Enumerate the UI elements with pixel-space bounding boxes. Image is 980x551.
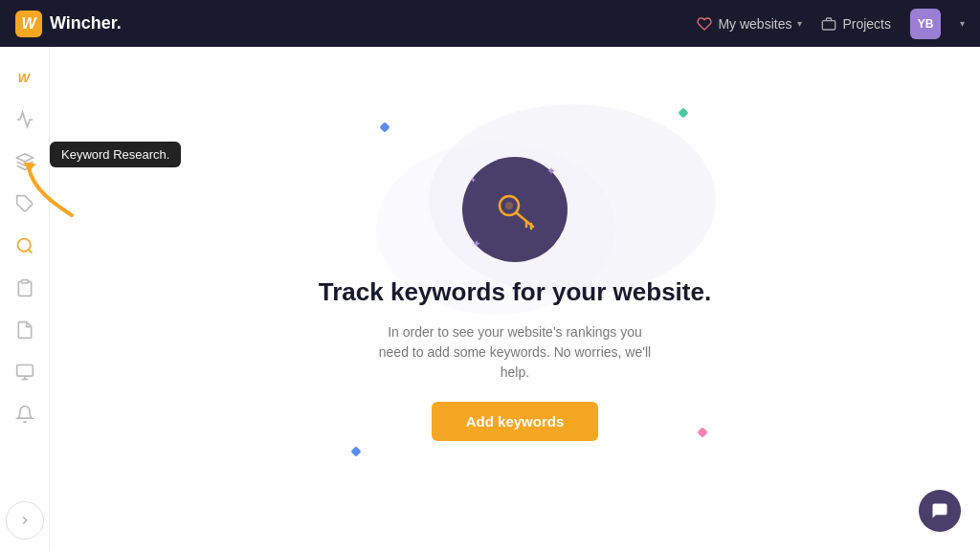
my-websites-label: My websites xyxy=(718,16,791,32)
key-icon-wrapper: ✦ ✦ ✦ xyxy=(462,157,568,262)
sparkle-1: ✦ xyxy=(546,165,556,178)
sidebar: W xyxy=(0,47,50,551)
clipboard-icon xyxy=(15,278,34,298)
main-content: ✦ ✦ ✦ Track keywords for your website. I… xyxy=(50,47,980,551)
chat-button[interactable] xyxy=(919,490,961,532)
content-center: ✦ ✦ ✦ Track keywords for your website. I… xyxy=(319,157,711,441)
my-websites-chevron: ▾ xyxy=(797,18,802,29)
my-websites-nav[interactable]: My websites ▾ xyxy=(697,16,802,32)
svg-marker-2 xyxy=(16,154,33,162)
sidebar-item-layers[interactable] xyxy=(6,143,44,181)
svg-rect-7 xyxy=(16,365,33,377)
svg-point-4 xyxy=(17,239,30,252)
key-icon xyxy=(490,185,540,234)
svg-text:W: W xyxy=(17,71,31,85)
add-keywords-button[interactable]: Add keywords xyxy=(432,402,599,441)
main-heading: Track keywords for your website. xyxy=(319,277,711,307)
sidebar-item-monitor[interactable] xyxy=(6,353,44,391)
sparkle-2: ✦ xyxy=(472,237,481,251)
search-icon xyxy=(15,236,34,255)
sidebar-item-rankings[interactable] xyxy=(6,100,44,139)
topbar: W Wincher. My websites ▾ Projects YB ▾ xyxy=(0,0,980,47)
topbar-logo-area: W Wincher. xyxy=(15,11,122,37)
keyword-research-tooltip: Keyword Research. xyxy=(50,142,181,167)
monitor-icon xyxy=(15,363,34,382)
dot-blue-1 xyxy=(379,121,390,132)
wincher-logo-icon: W xyxy=(15,68,34,87)
chat-icon xyxy=(930,501,949,520)
svg-line-5 xyxy=(28,250,32,253)
svg-point-15 xyxy=(505,202,513,209)
svg-rect-6 xyxy=(21,280,28,283)
avatar-chevron: ▾ xyxy=(960,18,965,29)
sidebar-item-notifications[interactable] xyxy=(6,395,44,433)
sidebar-item-reports[interactable] xyxy=(6,311,44,349)
dot-blue-2 xyxy=(350,446,361,456)
tooltip-text: Keyword Research. xyxy=(61,147,169,162)
sidebar-item-home[interactable]: W xyxy=(6,58,44,97)
tag-icon xyxy=(15,194,34,213)
sidebar-item-clipboard[interactable] xyxy=(6,269,44,307)
projects-icon xyxy=(821,16,836,32)
avatar[interactable]: YB xyxy=(910,9,941,39)
sidebar-item-keyword-research[interactable] xyxy=(6,227,44,265)
bell-icon xyxy=(15,405,34,424)
heart-icon xyxy=(697,16,712,32)
layers-icon xyxy=(15,152,34,171)
dot-green-1 xyxy=(678,107,688,118)
sidebar-expand-area xyxy=(6,501,44,540)
topbar-nav: My websites ▾ Projects YB ▾ xyxy=(697,9,965,39)
expand-icon xyxy=(18,514,32,527)
logo-icon: W xyxy=(15,11,42,37)
sidebar-expand-button[interactable] xyxy=(6,501,44,540)
file-icon xyxy=(15,320,34,340)
svg-rect-0 xyxy=(823,20,835,29)
projects-nav[interactable]: Projects xyxy=(821,16,891,32)
sparkle-3: ✦ xyxy=(470,176,477,185)
main-subtext: In order to see your website's rankings … xyxy=(371,322,658,383)
avatar-initials: YB xyxy=(918,17,934,31)
rankings-icon xyxy=(15,110,34,129)
sidebar-item-tags[interactable] xyxy=(6,185,44,223)
logo-text: Wincher. xyxy=(50,13,122,33)
projects-label: Projects xyxy=(842,16,891,32)
